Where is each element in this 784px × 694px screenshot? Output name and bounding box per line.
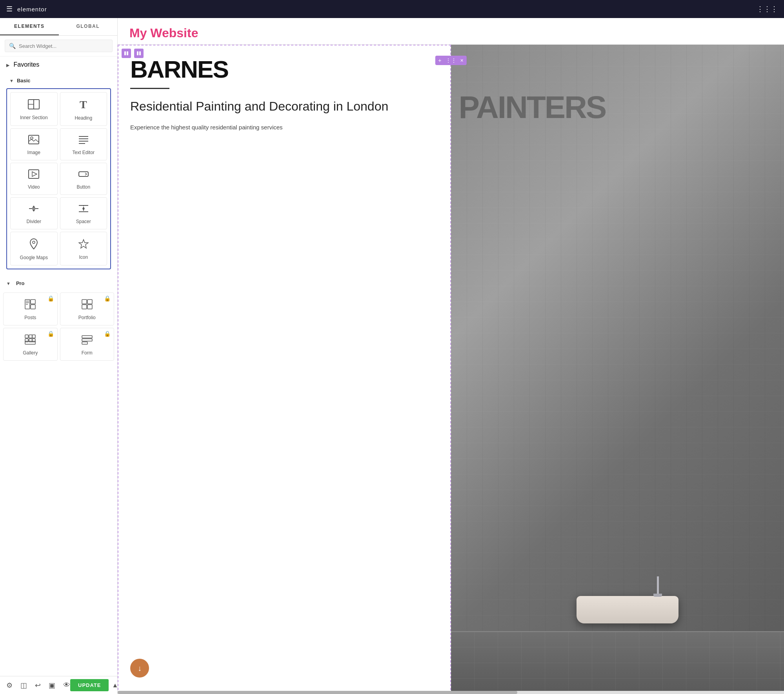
- svg-marker-14: [32, 205, 35, 208]
- faucet-head: [653, 594, 662, 597]
- svg-marker-22: [79, 240, 88, 248]
- google-maps-label: Google Maps: [20, 255, 48, 260]
- posts-icon: [25, 299, 36, 311]
- pro-section-header[interactable]: ▼ Pro: [0, 276, 117, 291]
- svg-rect-45: [137, 51, 138, 55]
- svg-rect-43: [124, 51, 126, 55]
- widget-button[interactable]: Button: [60, 163, 107, 195]
- divider-icon: [28, 204, 39, 215]
- widget-form[interactable]: 🔒 Form: [60, 328, 115, 361]
- top-bar: ☰ elementor ⋮⋮⋮: [0, 0, 784, 18]
- widget-icon[interactable]: Icon: [60, 232, 107, 265]
- search-icon: 🔍: [9, 43, 16, 49]
- basic-section-header[interactable]: ▼ Basic: [3, 73, 114, 88]
- toolbar-close-btn[interactable]: ×: [460, 57, 464, 64]
- col-handle-1[interactable]: [122, 49, 131, 58]
- image-label: Image: [27, 150, 40, 155]
- pro-section-content: 🔒 Posts: [0, 291, 117, 364]
- canvas-subheading: Residential Painting and Decorating in L…: [130, 98, 438, 115]
- basic-section: ▼ Basic: [0, 73, 117, 276]
- history-icon[interactable]: ↩: [35, 681, 41, 690]
- icon-label: Icon: [79, 254, 88, 260]
- faucet-pipe: [657, 576, 659, 596]
- widget-sections: ▶ Favorites ▼ Basic: [0, 56, 117, 676]
- svg-rect-34: [29, 335, 32, 338]
- pro-widget-grid: 🔒 Posts: [3, 292, 114, 361]
- spacer-label: Spacer: [76, 219, 91, 224]
- toolbar-move-btn[interactable]: ⋮⋮: [446, 57, 457, 64]
- widget-text-editor[interactable]: Text Editor: [60, 128, 107, 160]
- widget-heading[interactable]: T Heading: [60, 92, 107, 126]
- widget-posts[interactable]: 🔒 Posts: [3, 292, 58, 325]
- toolbar-add-btn[interactable]: +: [438, 57, 441, 64]
- posts-label: Posts: [24, 315, 36, 320]
- svg-rect-40: [82, 336, 92, 338]
- update-button[interactable]: UPDATE: [70, 679, 109, 691]
- settings-icon[interactable]: ⚙: [6, 681, 13, 690]
- svg-point-21: [33, 241, 35, 243]
- canvas-left-column[interactable]: BARNES Residential Painting and Decorati…: [118, 45, 451, 694]
- form-lock-icon: 🔒: [104, 331, 111, 337]
- down-arrow-icon: ↓: [138, 664, 142, 673]
- basic-label: Basic: [17, 78, 31, 84]
- floor-area: [451, 631, 784, 694]
- hamburger-icon[interactable]: ☰: [6, 5, 13, 13]
- widget-video[interactable]: Video: [10, 163, 58, 195]
- section-toolbar: + ⋮⋮ ×: [435, 56, 466, 65]
- widget-gallery[interactable]: 🔒: [3, 328, 58, 361]
- tab-elements[interactable]: ELEMENTS: [0, 18, 59, 35]
- portfolio-icon: [82, 299, 93, 311]
- video-icon: [28, 169, 39, 180]
- widget-inner-section[interactable]: Inner Section: [10, 92, 58, 126]
- tab-global[interactable]: GLOBAL: [59, 18, 118, 35]
- pro-label: Pro: [16, 280, 25, 286]
- form-label: Form: [82, 350, 93, 356]
- search-input[interactable]: [19, 43, 108, 49]
- divider-label: Divider: [27, 219, 41, 224]
- icon-widget-icon: [78, 239, 89, 251]
- svg-text:T: T: [80, 99, 87, 110]
- svg-rect-4: [29, 135, 39, 144]
- widget-portfolio[interactable]: 🔒 Portfolio: [60, 292, 115, 325]
- button-icon: [78, 169, 89, 180]
- widget-image[interactable]: Image: [10, 128, 58, 160]
- svg-rect-37: [29, 339, 32, 342]
- canvas-area: My Website + ⋮⋮ ×: [118, 18, 784, 694]
- layers-icon[interactable]: ◫: [20, 681, 27, 690]
- canvas-divider: [130, 88, 169, 89]
- svg-point-5: [31, 137, 33, 139]
- canvas-scrollbar-thumb: [118, 691, 517, 694]
- chevron-up-icon[interactable]: ▲: [112, 682, 118, 689]
- heading-label: Heading: [75, 115, 92, 121]
- svg-rect-41: [82, 339, 92, 341]
- canvas-two-col: BARNES Residential Painting and Decorati…: [118, 45, 784, 694]
- app-title: elementor: [17, 6, 47, 13]
- search-container: 🔍: [0, 36, 117, 56]
- canvas-content[interactable]: + ⋮⋮ ×: [118, 45, 784, 694]
- grid-icon[interactable]: ⋮⋮⋮: [757, 5, 778, 13]
- canvas-heading: BARNES: [130, 57, 438, 82]
- svg-rect-32: [87, 305, 92, 309]
- down-arrow-button[interactable]: ↓: [130, 659, 149, 678]
- svg-marker-15: [32, 209, 35, 212]
- favorites-section-header[interactable]: ▶ Favorites: [0, 56, 117, 73]
- svg-rect-46: [139, 51, 141, 55]
- widget-divider[interactable]: Divider: [10, 197, 58, 229]
- text-editor-icon: [78, 135, 89, 146]
- portfolio-lock-icon: 🔒: [104, 295, 111, 302]
- responsive-icon[interactable]: ▣: [49, 681, 55, 690]
- preview-icon[interactable]: 👁: [63, 681, 70, 689]
- col-handle-2[interactable]: [134, 49, 144, 58]
- widget-spacer[interactable]: Spacer: [60, 197, 107, 229]
- svg-rect-38: [32, 339, 35, 342]
- svg-rect-33: [25, 335, 28, 338]
- inner-section-label: Inner Section: [20, 115, 48, 120]
- svg-rect-44: [127, 51, 128, 55]
- widget-google-maps[interactable]: Google Maps: [10, 232, 58, 265]
- inner-section-icon: [28, 99, 40, 111]
- favorites-chevron: ▶: [6, 63, 9, 67]
- website-title: My Website: [129, 26, 772, 40]
- google-maps-icon: [29, 238, 39, 251]
- canvas-scrollbar[interactable]: [118, 691, 784, 694]
- sidebar: ELEMENTS GLOBAL 🔍 ▶ Favorites ▼ Basic: [0, 18, 118, 694]
